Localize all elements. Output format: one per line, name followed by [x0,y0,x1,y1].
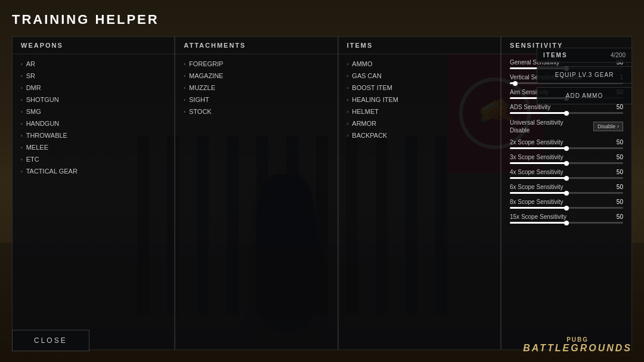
weapon-item-label: SR [26,72,35,79]
weapons-panel-content[interactable]: ›AR›SR›DMR›SHOTGUN›SMG›HANDGUN›THROWABLE… [13,54,174,349]
chevron-icon: › [347,133,349,138]
sensitivity-item-5: 3x Scope Sensitivity 50 [510,154,623,164]
item-helmet[interactable]: ›HELMET [339,106,500,117]
weapon-item-smg[interactable]: ›SMG [13,106,174,117]
chevron-icon: › [21,85,23,91]
sensitivity-item-3: ADS Sensitivity 50 [510,104,623,114]
slider-thumb[interactable] [513,81,518,86]
equip-gear-button[interactable]: EQUIP LV.3 GEAR [537,66,632,83]
sensitivity-value: 50 [617,154,623,160]
weapon-item-throwable[interactable]: ›THROWABLE [13,129,174,141]
attachment-item-label: SIGHT [189,96,209,103]
chevron-icon: › [21,73,23,79]
item-boost-item[interactable]: ›BOOST ITEM [339,82,500,94]
sensitivity-label: 4x Scope Sensitivity 50 [510,169,623,175]
chevron-icon: › [347,97,349,103]
weapon-item-shotgun[interactable]: ›SHOTGUN [13,94,174,106]
attachment-item-magazine[interactable]: ›MAGAZINE [175,70,337,82]
sensitivity-label: 3x Scope Sensitivity 50 [510,154,623,160]
battlegrounds-text: BATTLEGROUNDS [523,343,632,354]
slider-thumb[interactable] [564,146,569,151]
slider-fill [510,222,566,224]
sensitivity-label: ADS Sensitivity 50 [510,104,623,110]
slider-thumb[interactable] [564,176,569,181]
sensitivity-name: 3x Scope Sensitivity [510,154,564,160]
slider-thumb[interactable] [564,111,569,116]
sensitivity-value: 50 [617,104,623,110]
attachment-item-foregrip[interactable]: ›FOREGRIP [175,58,337,70]
chevron-icon: › [21,61,23,67]
item-label: HEALING ITEM [352,96,398,103]
slider-track[interactable] [510,162,623,164]
items-panel-content[interactable]: ›AMMO›GAS CAN›BOOST ITEM›HEALING ITEM›HE… [339,54,500,349]
chevron-icon: › [347,121,349,126]
right-panel: ITEMS 4/200 EQUIP LV.3 GEAR ADD AMMO [537,48,632,104]
item-healing-item[interactable]: ›HEALING ITEM [339,94,500,106]
chevron-icon: › [21,169,23,174]
weapon-item-sr[interactable]: ›SR [13,70,174,82]
weapon-item-etc[interactable]: ›ETC [13,153,174,165]
sensitivity-name: 8x Scope Sensitivity [510,199,564,205]
attachments-panel-header: ATTACHMENTS [175,37,337,54]
slider-track[interactable] [510,207,623,209]
sensitivity-value: 50 [617,139,623,146]
item-label: AMMO [352,60,372,67]
chevron-icon: › [21,121,23,126]
slider-fill [510,162,566,164]
item-ammo[interactable]: ›AMMO [339,58,500,70]
weapon-item-handgun[interactable]: ›HANDGUN [13,117,174,129]
weapon-item-label: HANDGUN [26,120,60,127]
pubg-text: PUBG [523,336,632,343]
attachments-panel-content[interactable]: ›FOREGRIP›MAGAZINE›MUZZLE›SIGHT›STOCK [175,54,337,349]
slider-thumb[interactable] [564,206,569,211]
sensitivity-name: ADS Sensitivity [510,104,550,110]
weapon-item-label: DMR [26,84,41,91]
weapon-item-dmr[interactable]: ›DMR [13,82,174,94]
slider-fill [510,147,566,149]
sensitivity-name: 6x Scope Sensitivity [510,184,564,190]
attachment-item-muzzle[interactable]: ›MUZZLE [175,82,337,94]
add-ammo-button[interactable]: ADD AMMO [537,87,632,104]
sensitivity-label: 15x Scope Sensitivity 50 [510,214,623,220]
chevron-icon: › [184,61,185,67]
sensitivity-value: 50 [617,214,623,220]
sensitivity-name: 2x Scope Sensitivity [510,139,564,146]
sensitivity-item-6: 4x Scope Sensitivity 50 [510,169,623,179]
item-gas-can[interactable]: ›GAS CAN [339,70,500,82]
chevron-icon: › [184,109,185,115]
slider-track[interactable] [510,177,623,179]
chevron-icon: › [21,97,23,103]
sensitivity-item-4: 2x Scope Sensitivity 50 [510,139,623,149]
weapon-item-tactical-gear[interactable]: ›Tactical Gear [13,165,174,177]
chevron-icon: › [21,133,23,138]
slider-track[interactable] [510,222,623,224]
item-label: HELMET [352,108,379,115]
pubg-logo: PUBG BATTLEGROUNDS [523,336,632,354]
sensitivity-value: 50 [617,169,623,175]
weapon-item-melee[interactable]: ›MELEE [13,141,174,153]
item-backpack[interactable]: ›BACKPACK [339,129,500,141]
slider-thumb[interactable] [564,221,569,225]
item-armor[interactable]: ›ARMOR [339,117,500,129]
slider-thumb[interactable] [564,191,569,196]
weapons-panel: WEAPONS ›AR›SR›DMR›SHOTGUN›SMG›HANDGUN›T… [12,36,175,350]
slider-track[interactable] [510,112,623,114]
attachment-item-label: MAGAZINE [189,72,223,79]
slider-track[interactable] [510,147,623,149]
items-panel-header: ITEMS [339,37,500,54]
chevron-icon: › [184,97,185,103]
close-button[interactable]: CLOSE [12,330,89,351]
weapon-item-label: SMG [26,108,41,115]
sensitivity-name: 4x Scope Sensitivity [510,169,564,175]
disable-button[interactable]: Disable › [593,122,623,131]
slider-thumb[interactable] [564,161,569,166]
slider-track[interactable] [510,192,623,194]
chevron-icon: › [347,85,349,91]
weapon-item-ar[interactable]: ›AR [13,58,174,70]
sensitivity-label: 2x Scope Sensitivity 50 [510,139,623,146]
sensitivity-label: 8x Scope Sensitivity 50 [510,199,623,205]
weapon-item-label: MELEE [26,144,48,151]
attachment-item-stock[interactable]: ›STOCK [175,106,337,117]
attachment-item-sight[interactable]: ›SIGHT [175,94,337,106]
items-inventory-count: 4/200 [611,52,626,58]
